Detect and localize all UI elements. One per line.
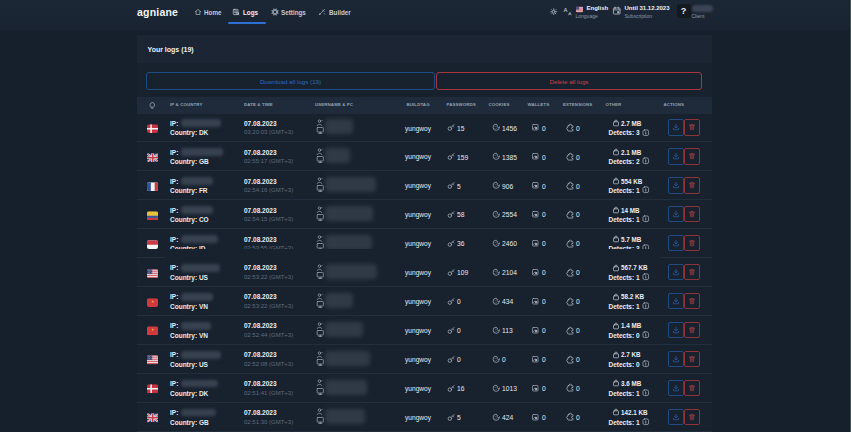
svg-text:A: A — [563, 8, 567, 14]
